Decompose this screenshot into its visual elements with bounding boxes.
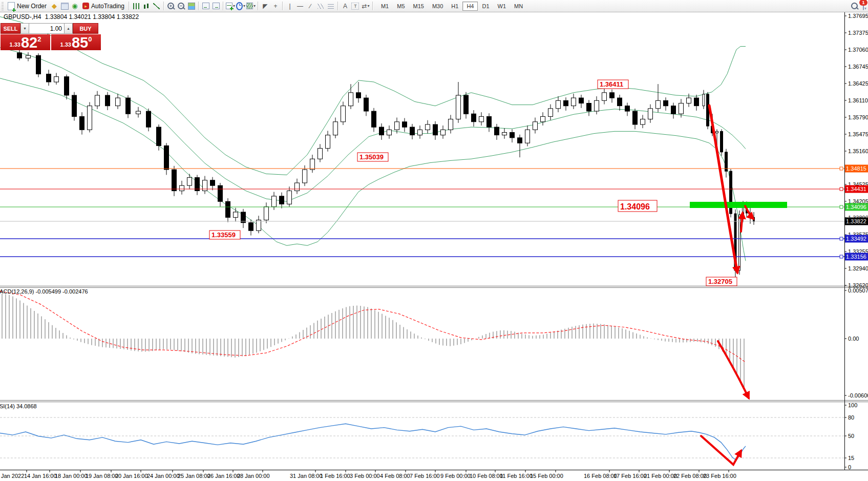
- chart-canvas[interactable]: 1.376951.373751.370601.367451.364251.361…: [0, 0, 868, 481]
- tab-h4[interactable]: H4: [462, 2, 478, 11]
- new-order-label: New Order: [17, 3, 47, 10]
- track-chart-button[interactable]: [211, 2, 221, 11]
- tab-h1[interactable]: H1: [447, 2, 462, 11]
- horizontal-line-tool-button[interactable]: —: [295, 2, 305, 11]
- callout-label-1.35039: 1.35039: [359, 153, 384, 161]
- time-axis-label: 9 Feb 00:00: [440, 473, 471, 479]
- tile-windows-button[interactable]: [187, 2, 196, 11]
- time-axis-label: 18 Jan 00:00: [55, 473, 88, 479]
- sell-price-button[interactable]: 1.33 82 2: [1, 34, 50, 50]
- volume-decrease-button[interactable]: ▾: [20, 23, 29, 34]
- tab-m5[interactable]: M5: [393, 2, 409, 11]
- price-tick-label: 1.36110: [848, 97, 868, 103]
- separator: [337, 2, 338, 10]
- tab-mn[interactable]: MN: [510, 2, 527, 11]
- cursor-tool-button[interactable]: ◤: [261, 2, 270, 11]
- price-tick-label: 1.36745: [848, 64, 868, 70]
- buy-button[interactable]: BUY: [73, 23, 98, 34]
- tab-m30[interactable]: M30: [428, 2, 447, 11]
- text-label-tool-button[interactable]: T: [351, 2, 360, 11]
- crosshair-tool-button[interactable]: +: [271, 2, 280, 11]
- time-axis-label: 20 Jan 16:00: [115, 473, 148, 479]
- auto-arrange-button[interactable]: [201, 2, 210, 11]
- time-axis-label: 4 Feb 08:00: [380, 473, 410, 479]
- rsi-axis-label: 50: [848, 433, 854, 439]
- level-marker[interactable]: [840, 187, 843, 191]
- price-badge-label: 1.33492: [846, 236, 866, 242]
- search-icon[interactable]: [851, 3, 858, 9]
- buy-price-small: 1.33: [60, 41, 71, 48]
- candles-icon: [143, 3, 150, 9]
- zoom-out-button[interactable]: [177, 2, 186, 11]
- candle-chart-mode-button[interactable]: [142, 2, 151, 11]
- time-axis-label: 25 Jan 08:00: [178, 473, 210, 479]
- text-tool-button[interactable]: A: [341, 2, 350, 11]
- buy-price-button[interactable]: 1.33 85 0: [51, 34, 101, 50]
- tab-m1[interactable]: M1: [377, 2, 393, 11]
- time-axis-label: 3 Feb 00:00: [350, 473, 380, 479]
- rsi-check-arrow[interactable]: [701, 436, 741, 465]
- bounce-up-arrow[interactable]: [741, 213, 743, 232]
- templates-button[interactable]: ▾: [246, 2, 256, 11]
- volume-increase-button[interactable]: ▴: [64, 23, 73, 34]
- new-order-button[interactable]: New Order: [5, 2, 49, 11]
- line-chart-mode-button[interactable]: [152, 2, 161, 11]
- zoom-in-button[interactable]: [166, 2, 176, 11]
- level-marker[interactable]: [840, 205, 843, 208]
- price-badge-label: 1.33822: [846, 218, 866, 224]
- indicators-button[interactable]: ▾: [226, 2, 235, 11]
- fibonacci-icon: [328, 4, 334, 9]
- autotrading-button[interactable]: ▸ AutoTrading: [80, 2, 127, 10]
- price-badge-label: 1.34431: [846, 186, 866, 192]
- new-order-icon: [8, 2, 15, 10]
- volume-input[interactable]: [29, 23, 64, 34]
- fibonacci-tool-button[interactable]: [326, 2, 335, 11]
- separator: [282, 2, 283, 10]
- clock-icon: [236, 2, 243, 10]
- time-axis-label: 22 Feb 08:00: [673, 473, 707, 479]
- price-tick-label: 1.35475: [848, 131, 868, 137]
- tab-m15[interactable]: M15: [409, 2, 428, 11]
- track-chart-icon: [213, 3, 220, 9]
- bar-chart-mode-button[interactable]: [132, 2, 141, 11]
- channel-tool-button[interactable]: [316, 2, 325, 11]
- time-axis-label: 11 Feb 16:00: [500, 473, 533, 479]
- trendline-tool-button[interactable]: ∕: [306, 2, 315, 11]
- level-marker[interactable]: [840, 255, 843, 258]
- macd-axis-label: -0.006003: [848, 392, 868, 399]
- level-marker[interactable]: [840, 167, 843, 170]
- print-icon[interactable]: [60, 2, 69, 11]
- separator: [198, 2, 199, 10]
- rsi-window-label: RSI(14) 34.0868: [0, 403, 37, 409]
- time-axis-label: 23 Feb 16:00: [703, 473, 736, 479]
- callout-label-1.34096: 1.34096: [620, 202, 650, 211]
- arrange-icon: [202, 3, 209, 9]
- arrows-tool-button[interactable]: ⇄▾: [361, 2, 370, 11]
- gold-diamond-icon[interactable]: ◆: [50, 2, 59, 11]
- price-tick-label: 1.35160: [848, 148, 868, 154]
- tab-w1[interactable]: W1: [494, 2, 511, 11]
- buy-price-big: 85: [72, 36, 88, 49]
- notification-badge: 1: [859, 0, 867, 6]
- time-axis-label: 28 Jan 00:00: [237, 473, 270, 479]
- level-marker[interactable]: [840, 237, 843, 240]
- rsi-axis-label: 100: [848, 402, 857, 408]
- price-tick-label: 1.35790: [848, 114, 868, 120]
- bollinger-lower-band: [0, 78, 746, 261]
- time-axis-label: 16 Feb 08:00: [584, 473, 617, 479]
- tab-d1[interactable]: D1: [478, 2, 493, 11]
- periods-button[interactable]: ▾: [236, 2, 245, 11]
- notifications-button[interactable]: 1: [863, 3, 864, 10]
- line-chart-icon: [153, 3, 160, 9]
- vertical-line-tool-button[interactable]: |: [285, 2, 294, 11]
- macd-window-label: MACD(12,26,9) -0.005499 -0.002476: [0, 288, 88, 295]
- sell-button[interactable]: SELL: [1, 23, 20, 34]
- broadcast-icon[interactable]: ◉: [70, 2, 79, 11]
- time-axis-label: 7 Feb 16:00: [410, 473, 440, 479]
- sell-price-small: 1.33: [10, 41, 20, 48]
- callout-label-1.32705: 1.32705: [708, 278, 732, 285]
- toolbar-drag-handle[interactable]: [2, 2, 4, 10]
- time-axis-label: 19 Jan 08:00: [86, 473, 118, 479]
- support-zone-rect[interactable]: [690, 202, 787, 208]
- symbol-period-label: GBPUSD-,H4: [4, 13, 41, 20]
